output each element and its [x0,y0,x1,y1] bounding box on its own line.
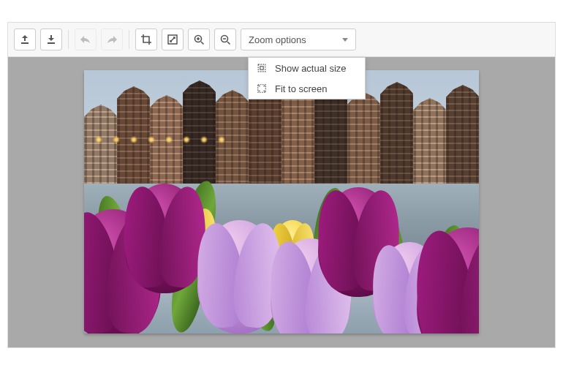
chevron-down-icon [342,38,348,42]
zoom-options-dropdown[interactable]: Zoom options [241,29,356,50]
zoom-options-menu: Show actual size Fit to screen [248,57,366,99]
zoom-out-button[interactable] [214,29,236,50]
fit-screen-icon [256,83,268,94]
menu-item-label: Fit to screen [275,83,328,94]
svg-rect-0 [21,42,29,44]
menu-item-actual-size[interactable]: Show actual size [249,58,365,78]
redo-icon [106,34,118,45]
image-lights [90,135,236,145]
svg-rect-1 [48,42,55,44]
menu-item-label: Show actual size [275,63,347,74]
download-button[interactable] [40,29,62,50]
undo-icon [80,34,91,45]
separator [68,30,69,49]
image-editor: Zoom options Show actual size Fit to scr… [7,22,556,348]
canvas-area [8,57,555,347]
actual-size-icon [256,62,268,74]
crop-icon [140,34,152,45]
crop-button[interactable] [135,29,157,50]
undo-button[interactable] [75,29,97,50]
toolbar: Zoom options Show actual size Fit to scr… [8,23,555,57]
menu-item-fit-screen[interactable]: Fit to screen [249,78,365,99]
svg-rect-6 [260,67,263,69]
svg-rect-5 [258,64,265,72]
upload-button[interactable] [14,29,36,50]
image-preview[interactable] [84,70,479,333]
image-tulips [84,169,479,333]
resize-icon [167,34,178,45]
upload-icon [19,34,31,45]
zoom-out-icon [219,34,231,45]
zoom-in-icon [193,34,205,45]
download-icon [45,34,57,45]
separator [129,30,129,49]
zoom-in-button[interactable] [188,29,210,50]
redo-button[interactable] [101,29,123,50]
zoom-options-label: Zoom options [249,34,306,45]
resize-button[interactable] [162,29,184,50]
